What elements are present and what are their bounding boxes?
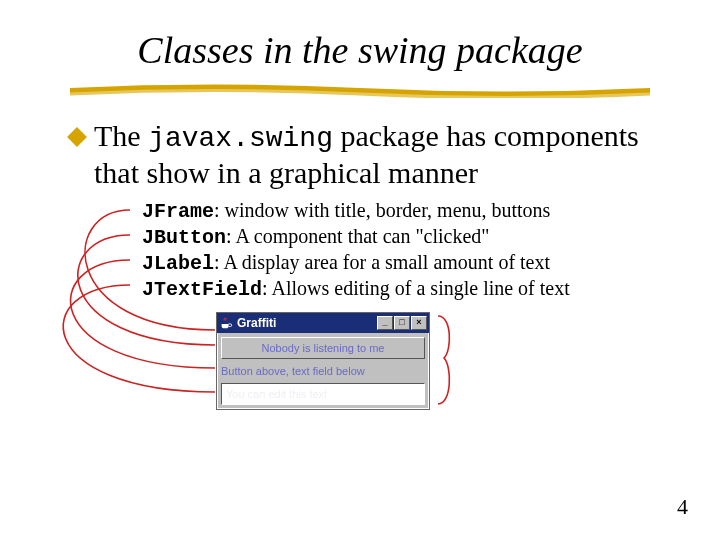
list-item: JFrame: window with title, border, menu,… bbox=[142, 198, 682, 224]
maximize-icon[interactable]: □ bbox=[394, 316, 410, 330]
minimize-icon[interactable]: _ bbox=[377, 316, 393, 330]
class-desc: : A component that can "clicked" bbox=[226, 225, 489, 247]
component-list: JFrame: window with title, border, menu,… bbox=[142, 198, 682, 302]
class-desc: : Allows editing of a single line of tex… bbox=[262, 277, 570, 299]
page-number: 4 bbox=[677, 494, 688, 520]
list-item: JButton: A component that can "clicked" bbox=[142, 224, 682, 250]
bullet-prefix: The bbox=[94, 119, 148, 152]
class-name: JTextField bbox=[142, 278, 262, 301]
close-icon[interactable]: × bbox=[411, 316, 427, 330]
window-title: Graffiti bbox=[237, 316, 377, 330]
jlabel: Button above, text field below bbox=[221, 364, 425, 378]
class-desc: : window with title, border, menu, butto… bbox=[214, 199, 550, 221]
window-titlebar: Graffiti _ □ × bbox=[217, 313, 429, 333]
jtextfield[interactable]: You can edit this text bbox=[221, 383, 425, 405]
jframe-window: Graffiti _ □ × Nobody is listening to me… bbox=[216, 312, 430, 410]
class-name: JButton bbox=[142, 226, 226, 249]
bullet-text: The javax.swing package has components t… bbox=[94, 118, 670, 190]
java-icon bbox=[219, 316, 233, 330]
window-client-area: Nobody is listening to me Button above, … bbox=[217, 333, 429, 409]
title-underline bbox=[70, 84, 650, 98]
slide-title: Classes in the swing package bbox=[0, 28, 720, 72]
class-name: JLabel bbox=[142, 252, 214, 275]
list-item: JLabel: A display area for a small amoun… bbox=[142, 250, 682, 276]
class-desc: : A display area for a small amount of t… bbox=[214, 251, 550, 273]
bullet-block: The javax.swing package has components t… bbox=[70, 118, 670, 190]
bullet-package: javax.swing bbox=[148, 123, 333, 154]
jbutton[interactable]: Nobody is listening to me bbox=[221, 337, 425, 359]
list-item: JTextField: Allows editing of a single l… bbox=[142, 276, 682, 302]
class-name: JFrame bbox=[142, 200, 214, 223]
diamond-bullet-icon bbox=[67, 127, 87, 147]
